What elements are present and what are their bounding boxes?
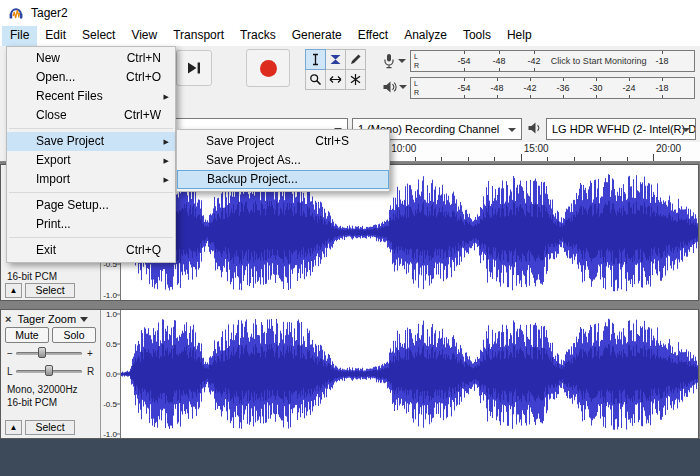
track-2-mute-button[interactable]: Mute — [5, 327, 49, 343]
menu-item-label: Export — [36, 151, 71, 170]
meter-tick — [464, 51, 465, 54]
meter-tick — [662, 78, 663, 81]
meter-tick — [563, 95, 564, 98]
menu-item-export[interactable]: Export▶ — [7, 151, 175, 170]
menu-item-label: Backup Project... — [207, 171, 298, 188]
ruler-value: -1.0 — [103, 429, 117, 438]
menubar-item-effect[interactable]: Effect — [350, 26, 396, 46]
empty-tracks-background — [0, 439, 700, 476]
menu-item-label: Save Project As... — [206, 151, 301, 170]
menubar-item-tracks[interactable]: Tracks — [232, 26, 284, 46]
skip-to-end-button[interactable] — [176, 50, 212, 86]
menu-item-page-setup[interactable]: Page Setup... — [7, 196, 175, 215]
meter-dropdown-arrow-icon[interactable] — [398, 59, 406, 63]
meter-tick — [530, 95, 531, 98]
track-2-vertical-ruler[interactable]: 1.00.50.0-0.5-1.0 — [101, 310, 121, 438]
playback-device-combobox[interactable]: LG HDR WFHD (2- Intel(R) Disp — [546, 118, 696, 140]
track-2-gain-thumb[interactable] — [38, 347, 46, 358]
menu-item-label: New — [36, 49, 60, 68]
track-2-name[interactable]: Tager Zoom — [17, 313, 76, 325]
ruler-tick — [116, 343, 120, 344]
timeline-time-label: 15:00 — [524, 143, 549, 154]
pan-left-label: L — [7, 366, 13, 377]
menu-item-label: Page Setup... — [36, 196, 109, 215]
meter-tick — [534, 68, 535, 71]
track-2-waveform-canvas[interactable] — [121, 310, 698, 438]
menu-item-new[interactable]: NewCtrl+N — [7, 49, 175, 68]
track-2-pan-slider[interactable] — [16, 365, 82, 378]
multi-tool-button[interactable] — [345, 69, 366, 90]
menu-item-open[interactable]: Open...Ctrl+O — [7, 68, 175, 87]
envelope-tool-button[interactable] — [325, 49, 346, 70]
menubar-item-analyze[interactable]: Analyze — [396, 26, 455, 46]
track-1-select-button[interactable]: Select — [25, 283, 75, 298]
menu-item-backup-project[interactable]: Backup Project... — [177, 170, 389, 189]
menu-separator — [9, 128, 173, 129]
track-2-solo-button[interactable]: Solo — [52, 327, 96, 343]
menu-item-recent-files[interactable]: Recent Files▶ — [7, 87, 175, 106]
playback-device-value: LG HDR WFHD (2- Intel(R) Disp — [552, 123, 696, 135]
meter-dropdown-arrow-icon[interactable] — [399, 85, 407, 89]
timeline-tick — [600, 157, 601, 161]
save-project-submenu: Save ProjectCtrl+SSave Project As...Back… — [176, 129, 390, 192]
speaker-icon[interactable] — [382, 80, 407, 94]
track-2-control-panel[interactable]: × Tager Zoom Mute Solo − + — [1, 310, 101, 438]
menubar-item-edit[interactable]: Edit — [37, 26, 74, 46]
track-2-pan-thumb[interactable] — [45, 365, 53, 376]
menubar-item-file[interactable]: File — [2, 26, 37, 46]
menu-item-save-project[interactable]: Save ProjectCtrl+S — [177, 132, 389, 151]
menubar-item-help[interactable]: Help — [499, 26, 540, 46]
timeline-time-label: 10:00 — [391, 143, 416, 154]
track-2-gain-slider[interactable] — [16, 347, 82, 360]
menu-item-import[interactable]: Import▶ — [7, 170, 175, 189]
record-meter[interactable]: L R -54-48-42-18Click to Start Monitorin… — [410, 50, 695, 72]
menu-item-label: Recent Files — [36, 87, 103, 106]
time-shift-tool-button[interactable] — [325, 69, 346, 90]
ruler-tick — [116, 314, 120, 315]
menu-item-save-project[interactable]: Save Project▶ — [7, 132, 175, 151]
track-2-menu-arrow-icon[interactable] — [80, 317, 88, 322]
menubar: FileEditSelectViewTransportTracksGenerat… — [0, 26, 700, 46]
meter-tick — [629, 95, 630, 98]
zoom-tool-button[interactable] — [305, 69, 326, 90]
microphone-icon[interactable] — [382, 53, 406, 69]
selection-tool-button[interactable] — [305, 49, 326, 70]
combo-arrow-icon — [682, 128, 690, 132]
menubar-item-select[interactable]: Select — [74, 26, 123, 46]
track-2-rate-label: Mono, 32000Hz — [7, 384, 78, 395]
submenu-arrow-icon: ▶ — [164, 87, 169, 106]
combo-arrow-icon — [508, 128, 516, 132]
menubar-item-tools[interactable]: Tools — [455, 26, 499, 46]
timeline-tick — [468, 157, 469, 161]
meter-tick — [464, 78, 465, 81]
ruler-tick — [116, 264, 120, 265]
ruler-value: -1.0 — [103, 291, 117, 300]
menu-item-print[interactable]: Print... — [7, 215, 175, 234]
meter-tick — [499, 68, 500, 71]
meter-tick — [662, 51, 663, 54]
gain-plus-label: + — [87, 348, 93, 359]
menubar-item-transport[interactable]: Transport — [165, 26, 232, 46]
menubar-item-view[interactable]: View — [123, 26, 165, 46]
playback-meter[interactable]: L R -54-48-42-36-30-24-18 — [410, 77, 695, 99]
meter-tick — [629, 78, 630, 81]
menu-item-shortcut: Ctrl+Q — [126, 241, 169, 260]
record-button[interactable] — [246, 49, 290, 87]
menu-item-shortcut: Ctrl+S — [315, 132, 383, 151]
ruler-tick — [116, 295, 120, 296]
menu-item-close[interactable]: CloseCtrl+W — [7, 106, 175, 125]
menu-item-save-project-as[interactable]: Save Project As... — [177, 151, 389, 170]
timeline-tick — [574, 157, 575, 161]
draw-tool-button[interactable] — [345, 49, 366, 70]
track-2-collapse-button[interactable]: ▲ — [5, 420, 22, 435]
track-2-close-button[interactable]: × — [3, 313, 13, 325]
menubar-item-generate[interactable]: Generate — [284, 26, 350, 46]
menu-item-exit[interactable]: ExitCtrl+Q — [7, 241, 175, 260]
menu-item-shortcut: Ctrl+N — [127, 49, 169, 68]
meter-tick — [497, 78, 498, 81]
record-meter-right-label: R — [414, 62, 419, 69]
track-2-waveform[interactable] — [121, 310, 698, 438]
track-1-collapse-button[interactable]: ▲ — [5, 283, 22, 298]
menu-separator — [9, 192, 173, 193]
track-2-select-button[interactable]: Select — [25, 420, 75, 435]
